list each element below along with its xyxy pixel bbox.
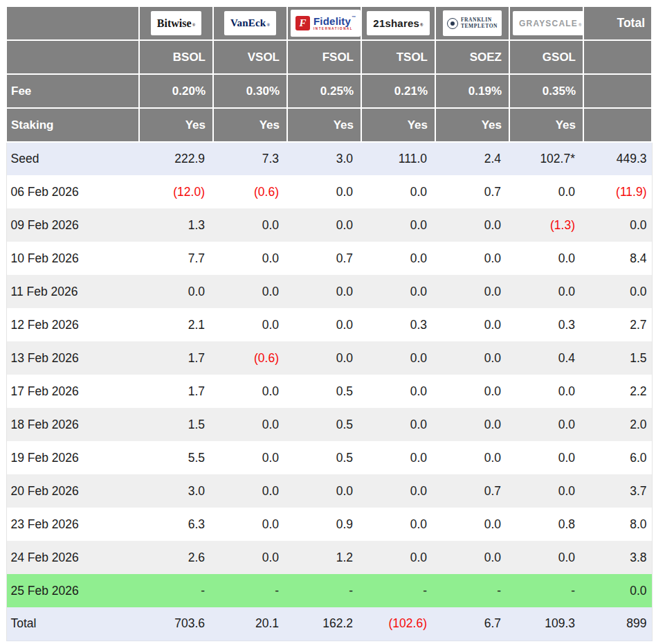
- solana-etf-flows-table: Bitwise®VanEck®FFidelity™INTERNATIONAL21…: [6, 6, 653, 641]
- flow-value-cell: 2.1: [139, 308, 213, 341]
- row-label-cell: 12 Feb 2026: [6, 308, 139, 341]
- staking-cell: Yes: [361, 108, 435, 142]
- flow-value-cell: 0.0: [213, 408, 287, 441]
- issuer-logo-cell: 21shares®: [361, 6, 435, 40]
- flow-value-cell: 0.0: [361, 175, 435, 208]
- flow-value-cell: 111.0: [361, 142, 435, 175]
- fee-cell: 0.20%: [139, 74, 213, 108]
- flow-value-cell: 0.5: [287, 408, 361, 441]
- issuer-logo-text: TEMPLETON: [461, 24, 498, 30]
- flow-value-cell: 0.7: [287, 242, 361, 275]
- flow-value-cell: 3.0: [287, 142, 361, 175]
- flow-value-cell: 20.1: [213, 607, 287, 641]
- flow-value-cell: 0.0: [361, 275, 435, 308]
- flow-value-cell: 1.7: [139, 375, 213, 408]
- flow-value-cell: 0.7: [435, 474, 509, 508]
- flow-value-cell: 0.0: [213, 242, 287, 275]
- row-label-cell: 09 Feb 2026: [6, 208, 139, 242]
- flow-value-cell: 0.0: [435, 308, 509, 341]
- bitwise-logo: Bitwise®: [151, 11, 201, 35]
- row-label-cell: 23 Feb 2026: [6, 508, 139, 541]
- flow-value-cell: 0.0: [509, 408, 583, 441]
- fee-cell: 0.35%: [509, 74, 583, 108]
- fee-cell: 0.25%: [287, 74, 361, 108]
- flow-value-cell: 0.0: [361, 208, 435, 242]
- flow-value-cell: 703.6: [139, 607, 213, 641]
- flow-value-cell: 0.0: [435, 441, 509, 474]
- franklin-seal-icon: [447, 18, 458, 29]
- issuer-logo-cell: VanEck®: [213, 6, 287, 40]
- flow-value-cell: 0.0: [509, 175, 583, 208]
- issuer-logo-cell: FFidelity™INTERNATIONAL: [287, 6, 361, 40]
- franklin-templeton-logo: FRANKLINTEMPLETON: [443, 10, 502, 36]
- row-label-cell: Total: [6, 607, 139, 641]
- issuer-logo-subtext: INTERNATIONAL: [313, 28, 353, 31]
- fidelity-f-icon: F: [295, 16, 310, 30]
- fee-cell: 0.21%: [361, 74, 435, 108]
- flow-value-cell: 0.0: [435, 341, 509, 375]
- flow-value-cell: 0.0: [361, 341, 435, 375]
- row-total-cell: 0.0: [583, 275, 652, 308]
- row-total-cell: 2.2: [583, 375, 652, 408]
- table-row: 13 Feb 20261.7(0.6)0.00.00.00.41.5: [6, 341, 652, 375]
- row-total-cell: 2.7: [583, 308, 652, 341]
- fidelity-logo: FFidelity™INTERNATIONAL: [291, 10, 361, 37]
- flow-value-cell: 0.0: [361, 375, 435, 408]
- flow-value-cell: 0.8: [509, 508, 583, 541]
- flow-value-cell: 0.0: [435, 508, 509, 541]
- flow-value-cell: 0.0: [509, 441, 583, 474]
- flow-value-cell: 0.0: [435, 242, 509, 275]
- row-total-cell: 3.8: [583, 541, 652, 574]
- page: Bitwise®VanEck®FFidelity™INTERNATIONAL21…: [0, 0, 656, 641]
- flow-value-cell: 0.4: [509, 341, 583, 375]
- flow-value-cell: 0.7: [435, 175, 509, 208]
- staking-cell: Yes: [509, 108, 583, 142]
- fee-row-label: Fee: [6, 74, 139, 108]
- flow-value-cell: -: [287, 574, 361, 607]
- staking-cell: Yes: [287, 108, 361, 142]
- flow-value-cell: 0.0: [287, 341, 361, 375]
- issuer-logo-cell: FRANKLINTEMPLETON: [435, 6, 509, 40]
- row-label-cell: 17 Feb 2026: [6, 375, 139, 408]
- ticker-cell: FSOL: [287, 40, 361, 74]
- flow-value-cell: 0.0: [287, 275, 361, 308]
- staking-row-label: Staking: [6, 108, 139, 142]
- table-row: 10 Feb 20267.70.00.70.00.00.08.4: [6, 242, 652, 275]
- flow-value-cell: (0.6): [213, 175, 287, 208]
- row-label-cell: 19 Feb 2026: [6, 441, 139, 474]
- table-body: Seed222.97.33.0111.02.4102.7*449.306 Feb…: [6, 142, 652, 641]
- row-total-cell: (11.9): [583, 175, 652, 208]
- row-total-cell: 0.0: [583, 208, 652, 242]
- fee-cell: 0.19%: [435, 74, 509, 108]
- flow-value-cell: 1.2: [287, 541, 361, 574]
- table-row: 11 Feb 20260.00.00.00.00.00.00.0: [6, 275, 652, 308]
- issuer-logo-cell: GRAYSCALE®: [509, 6, 583, 40]
- flow-value-cell: 0.0: [509, 474, 583, 508]
- flow-value-cell: -: [213, 574, 287, 607]
- total-column-header: Total: [583, 6, 652, 40]
- flow-value-cell: 0.0: [213, 541, 287, 574]
- flow-value-cell: 1.3: [139, 208, 213, 242]
- row-total-cell: 899: [583, 607, 652, 641]
- flow-value-cell: 0.0: [509, 375, 583, 408]
- flow-value-cell: (0.6): [213, 341, 287, 375]
- flow-value-cell: 0.0: [361, 474, 435, 508]
- row-total-cell: 8.4: [583, 242, 652, 275]
- table-row: 09 Feb 20261.30.00.00.00.0(1.3)0.0: [6, 208, 652, 242]
- flow-value-cell: 0.0: [213, 308, 287, 341]
- flow-value-cell: 0.0: [509, 541, 583, 574]
- row-total-cell: 2.0: [583, 408, 652, 441]
- flow-value-cell: 0.0: [361, 242, 435, 275]
- flow-value-cell: 0.0: [213, 474, 287, 508]
- trademark-symbol: ™: [352, 15, 356, 19]
- staking-cell: Yes: [213, 108, 287, 142]
- table-row: 06 Feb 2026(12.0)(0.6)0.00.00.70.0(11.9): [6, 175, 652, 208]
- flow-value-cell: 1.7: [139, 341, 213, 375]
- flow-value-cell: 0.0: [139, 275, 213, 308]
- flow-value-cell: 0.0: [361, 441, 435, 474]
- row-total-cell: 3.7: [583, 474, 652, 508]
- shares21-logo: 21shares®: [367, 11, 429, 35]
- flow-value-cell: 7.7: [139, 242, 213, 275]
- flow-value-cell: 0.0: [287, 474, 361, 508]
- ticker-cell: SOEZ: [435, 40, 509, 74]
